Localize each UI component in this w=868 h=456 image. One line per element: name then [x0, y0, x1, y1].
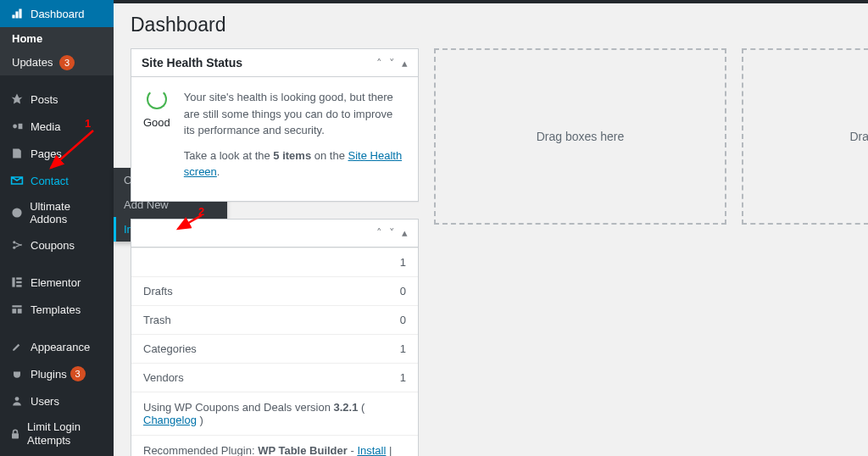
- main-content: Dashboard Site Health Status ˄ ˅ ▴ Good: [114, 3, 868, 456]
- annotation-number-2: 2: [198, 205, 204, 218]
- dashboard-dropzone-2[interactable]: Dra: [742, 48, 868, 225]
- sidebar-label: Coupons: [31, 239, 75, 252]
- health-text-2: Take a look at the 5 items on the Site H…: [184, 147, 406, 181]
- stats-label: Categories: [143, 342, 197, 355]
- health-spinner-icon: [147, 89, 167, 109]
- elementor-icon: [8, 275, 25, 290]
- sidebar-label: Elementor: [31, 276, 81, 289]
- svg-rect-9: [12, 433, 19, 438]
- lock-icon: [8, 426, 22, 442]
- stats-row: Vendors1: [131, 363, 418, 392]
- stats-label: Trash: [143, 314, 171, 326]
- box-move-down-icon[interactable]: ˅: [389, 57, 395, 70]
- page-title: Dashboard: [131, 14, 851, 36]
- svg-rect-6: [16, 281, 21, 283]
- stats-value: 1: [400, 342, 406, 355]
- annotation-arrow-1: [44, 125, 103, 176]
- brush-icon: [8, 339, 25, 354]
- sidebar-label: Dashboard: [31, 8, 85, 20]
- plug-icon: [8, 366, 25, 381]
- sidebar-item-appearance[interactable]: Appearance: [0, 333, 114, 360]
- sidebar-item-plugins[interactable]: Plugins 3: [0, 360, 114, 387]
- sidebar-label: Users: [31, 395, 59, 408]
- svg-line-13: [51, 131, 93, 168]
- stats-value: 0: [400, 285, 406, 298]
- svg-point-0: [13, 125, 17, 129]
- site-health-title: Site Health Status: [142, 56, 242, 70]
- sidebar-label: Limit Login Attempts: [27, 420, 107, 447]
- stats-row: Drafts0: [131, 276, 418, 305]
- addons-icon: [8, 205, 25, 220]
- sidebar-sub-home[interactable]: Home: [0, 27, 114, 50]
- recommend-line: Recommended Plugin: WP Table Builder - I…: [131, 435, 418, 457]
- box-toggle-icon[interactable]: ▴: [402, 57, 408, 70]
- svg-rect-7: [16, 285, 21, 286]
- stats-value: 0: [400, 314, 406, 326]
- sidebar-item-tools[interactable]: Tools: [0, 453, 114, 456]
- health-status-label: Good: [143, 116, 170, 129]
- stats-label: Vendors: [143, 371, 184, 384]
- annotation-number-1: 1: [85, 117, 91, 130]
- sidebar-sub-updates[interactable]: Updates 3: [0, 50, 114, 75]
- sidebar-item-posts[interactable]: Posts: [0, 86, 114, 113]
- stats-value: 1: [400, 371, 406, 384]
- user-icon: [8, 393, 25, 409]
- sidebar-item-elementor[interactable]: Elementor: [0, 269, 114, 296]
- admin-sidebar: Dashboard Home Updates 3 Posts Media Pag…: [0, 0, 114, 456]
- sidebar-label: Posts: [31, 93, 58, 106]
- svg-point-1: [12, 208, 21, 217]
- install-link[interactable]: Install: [357, 444, 386, 457]
- stats-box-title: [142, 226, 145, 240]
- pin-icon: [8, 92, 25, 107]
- scissors-icon: [8, 237, 25, 253]
- plugins-badge: 3: [70, 366, 86, 381]
- sidebar-label: Templates: [31, 303, 81, 316]
- version-line: Using WP Coupons and Deals version 3.2.1…: [131, 392, 418, 435]
- box-move-up-icon[interactable]: ˄: [376, 57, 382, 70]
- site-health-box: Site Health Status ˄ ˅ ▴ Good Your site'…: [131, 48, 419, 202]
- svg-point-3: [13, 247, 15, 249]
- stats-row: Trash0: [131, 305, 418, 334]
- stats-label: Drafts: [143, 285, 173, 298]
- media-icon: [8, 119, 25, 134]
- sidebar-item-users[interactable]: Users: [0, 387, 114, 414]
- sidebar-label: Ultimate Addons: [30, 200, 107, 225]
- stats-row: Categories1: [131, 334, 418, 363]
- box-toggle-icon[interactable]: ▴: [402, 226, 408, 239]
- svg-point-2: [13, 241, 15, 243]
- coupons-stats-box: ˄ ˅ ▴ 1 Drafts0 Trash0 Categories1 Vendo…: [131, 219, 419, 457]
- pages-icon: [8, 146, 25, 161]
- sidebar-item-templates[interactable]: Templates: [0, 296, 114, 323]
- templates-icon: [8, 302, 25, 317]
- updates-badge: 3: [59, 55, 75, 70]
- sidebar-item-coupons[interactable]: Coupons: [0, 231, 114, 259]
- dropzone-label: Drag boxes here: [537, 130, 625, 143]
- svg-rect-5: [16, 277, 21, 279]
- changelog-link[interactable]: Changelog: [143, 414, 197, 426]
- health-text-1: Your site's health is looking good, but …: [184, 89, 406, 139]
- sidebar-item-ultimate-addons[interactable]: Ultimate Addons: [0, 194, 114, 231]
- svg-rect-4: [12, 277, 14, 286]
- sidebar-item-limit-login[interactable]: Limit Login Attempts: [0, 414, 114, 453]
- svg-point-8: [15, 397, 19, 401]
- dashboard-icon: [8, 6, 25, 21]
- mail-icon: [8, 173, 25, 188]
- dropzone-label: Dra: [849, 130, 868, 143]
- sidebar-label: Updates: [12, 56, 53, 69]
- sidebar-label: Plugins: [31, 368, 67, 381]
- dashboard-dropzone[interactable]: Drag boxes here: [434, 48, 726, 225]
- box-move-down-icon[interactable]: ˅: [389, 226, 395, 239]
- stats-value: 1: [400, 256, 406, 269]
- sidebar-label: Appearance: [31, 341, 90, 353]
- box-move-up-icon[interactable]: ˄: [376, 226, 382, 239]
- sidebar-item-dashboard[interactable]: Dashboard: [0, 0, 114, 27]
- stats-row: 1: [131, 247, 418, 276]
